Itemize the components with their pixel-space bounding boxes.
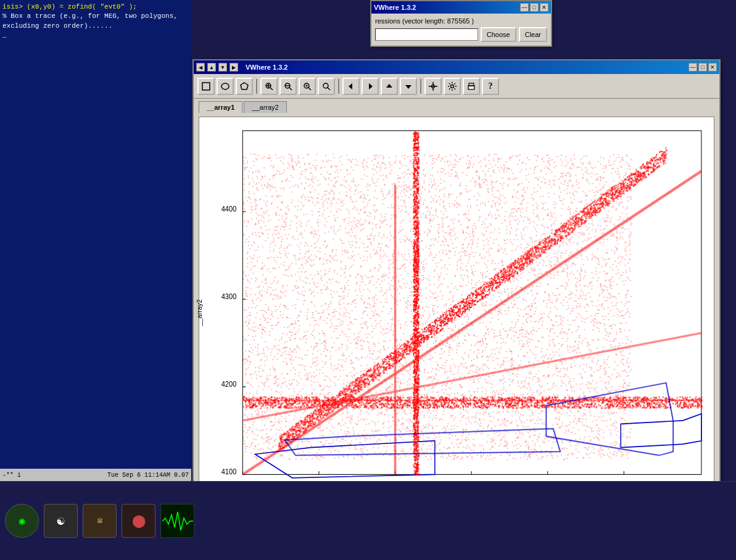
svg-point-57 (392, 416, 393, 418)
toolbar-separator-2 (338, 79, 339, 94)
small-dialog-title: VWhere 1.3.2 (374, 4, 416, 11)
svg-point-67 (372, 373, 373, 374)
svg-rect-26 (469, 87, 473, 89)
svg-point-63 (378, 379, 379, 381)
main-titlebar-buttons: — □ ✕ (688, 63, 717, 72)
small-dialog-input[interactable] (375, 28, 478, 41)
plot-area: __array2 4100 4200 4300 4400 3800 4000 4… (199, 117, 714, 509)
choose-button[interactable]: Choose (481, 27, 516, 42)
main-titlebar-left-btn2[interactable]: ▲ (207, 63, 216, 72)
svg-point-59 (386, 390, 387, 391)
svg-text:4200: 4200 (221, 381, 237, 388)
svg-text:4100: 4100 (221, 468, 237, 476)
svg-point-55 (389, 386, 391, 387)
main-close-btn[interactable]: ✕ (708, 63, 717, 72)
terminal: isis> (x0,y0) = zofind( "evt0" ); % Box … (0, 0, 191, 481)
status-bar: -** i Tue Sep 6 11:14AM 0.07 (0, 469, 191, 481)
terminal-line-2: % Box a trace (e.g., for MEG, two polygo… (2, 12, 189, 31)
taskbar-icon-1[interactable]: ◉ (5, 504, 39, 538)
svg-point-58 (399, 420, 400, 421)
tabs-container: __array1 __array2 (194, 99, 719, 113)
svg-marker-2 (241, 83, 248, 89)
svg-point-14 (323, 83, 328, 88)
small-dialog-minimize-btn[interactable]: — (520, 3, 529, 12)
svg-point-23 (451, 84, 454, 88)
svg-point-51 (397, 403, 399, 404)
zoom-in-tool[interactable] (260, 78, 278, 95)
taskbar-icon-2[interactable]: ☯ (44, 504, 78, 538)
terminal-cursor: _ (2, 31, 189, 40)
zoom-out-tool[interactable] (279, 78, 297, 95)
svg-point-1 (221, 83, 229, 89)
zoom-reset-tool[interactable] (318, 78, 335, 95)
toolbar-separator-3 (420, 79, 421, 94)
polygon-select-tool[interactable] (236, 78, 253, 95)
taskbar-icon-3[interactable]: 🏛 (83, 504, 117, 538)
ellipse-select-tool[interactable] (217, 78, 234, 95)
svg-point-68 (416, 437, 417, 438)
svg-marker-18 (386, 84, 392, 88)
main-titlebar-left-btn1[interactable]: ◀ (196, 63, 205, 72)
svg-rect-0 (202, 83, 210, 90)
small-dialog: VWhere 1.3.2 — □ ✕ ressions (vector leng… (370, 0, 552, 47)
svg-point-64 (410, 430, 411, 431)
pan-right-tool[interactable] (362, 78, 379, 95)
zoom-fit-tool[interactable] (299, 78, 316, 95)
main-window-title: VWhere 1.3.2 (246, 64, 287, 71)
svg-marker-16 (349, 83, 352, 89)
svg-line-11 (308, 88, 311, 90)
y-axis-label: __array2 (196, 299, 203, 326)
small-dialog-titlebar-buttons: — □ ✕ (520, 3, 548, 12)
small-dialog-titlebar: VWhere 1.3.2 — □ ✕ (371, 1, 551, 14)
status-datetime: Tue Sep 6 11:14AM 0.07 (107, 472, 189, 479)
help-tool[interactable]: ? (482, 78, 499, 95)
crosshair-tool[interactable] (424, 78, 442, 95)
main-titlebar: ◀ ▲ ▼ ▶ VWhere 1.3.2 — □ ✕ (194, 60, 719, 74)
pan-up-tool[interactable] (381, 78, 398, 95)
tab-array2[interactable]: __array2 (244, 101, 286, 113)
pan-down-tool[interactable] (400, 78, 417, 95)
pan-left-tool[interactable] (342, 78, 360, 95)
main-minimize-btn[interactable]: — (688, 63, 697, 72)
svg-marker-17 (369, 83, 373, 89)
svg-text:4400: 4400 (221, 205, 237, 213)
print-tool[interactable] (463, 78, 480, 95)
svg-point-62 (407, 427, 408, 428)
terminal-line-1: isis> (x0,y0) = zofind( "evt0" ); (2, 2, 189, 12)
clear-button[interactable]: Clear (519, 27, 547, 42)
taskbar-waveform[interactable] (160, 504, 194, 538)
main-titlebar-left-btn3[interactable]: ▼ (218, 63, 227, 72)
status-text: -** i (2, 472, 21, 479)
toolbar: ? (194, 74, 719, 99)
small-dialog-row: Choose Clear (375, 27, 547, 42)
svg-point-50 (391, 397, 392, 398)
taskbar: ◉ ☯ 🏛 ⬤ (0, 481, 736, 560)
svg-rect-25 (469, 83, 474, 86)
svg-text:4300: 4300 (221, 293, 237, 300)
svg-point-66 (413, 434, 414, 435)
svg-point-60 (402, 423, 403, 424)
svg-point-53 (400, 406, 402, 408)
small-dialog-close-btn[interactable]: ✕ (540, 3, 548, 12)
main-window: ◀ ▲ ▼ ▶ VWhere 1.3.2 — □ ✕ (192, 59, 721, 540)
svg-marker-19 (405, 85, 411, 89)
main-titlebar-left: ◀ ▲ ▼ ▶ VWhere 1.3.2 (196, 63, 287, 72)
tab-array1[interactable]: __array1 (199, 101, 242, 113)
toolbar-separator-1 (256, 79, 257, 94)
svg-line-4 (270, 88, 273, 90)
svg-line-15 (328, 88, 330, 90)
settings-tool[interactable] (444, 78, 461, 95)
rectangle-select-tool[interactable] (197, 78, 215, 95)
small-dialog-maximize-btn[interactable]: □ (530, 3, 539, 12)
scatter-plot[interactable]: 4100 4200 4300 4400 3800 4000 4200 4400 … (199, 117, 714, 508)
svg-point-65 (375, 376, 376, 377)
small-dialog-content: ressions (vector length: 875565 ) Choose… (371, 14, 551, 46)
svg-line-8 (289, 88, 292, 90)
small-dialog-subtitle: ressions (vector length: 875565 ) (375, 17, 547, 25)
main-titlebar-left-btn4[interactable]: ▶ (229, 63, 238, 72)
taskbar-icon-4[interactable]: ⬤ (122, 504, 155, 538)
main-maximize-btn[interactable]: □ (698, 63, 707, 72)
